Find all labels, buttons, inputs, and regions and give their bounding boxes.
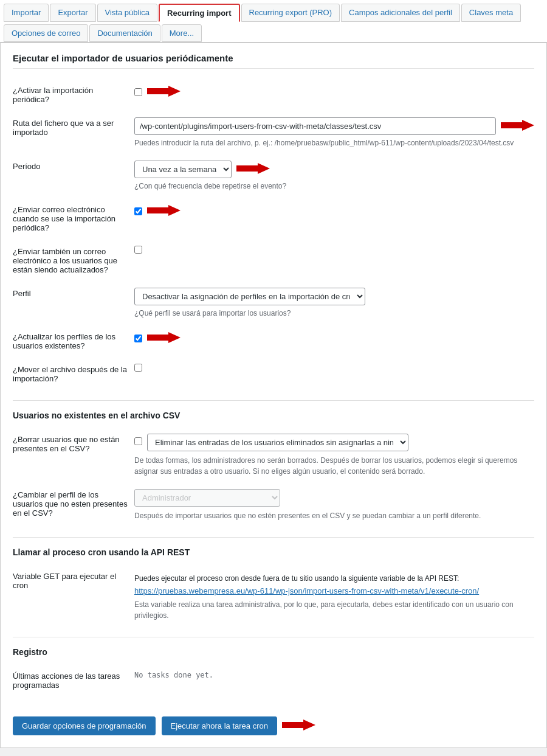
hint-variable-get-after: Esta variable realiza una tarea administ… [134,599,534,621]
svg-marker-5 [282,720,315,730]
row-enviar-correo-usuarios: ¿Enviar también un correo electrónico a … [13,240,534,282]
divider-3 [13,637,534,637]
row-ultimas-acciones: Últimas acciones de las tareas programad… [13,664,534,697]
select-borrar-usuarios[interactable]: Eliminar las entradas de los usuarios el… [147,434,408,451]
run-cron-button[interactable]: Ejecutar ahora la tarea cron [162,716,277,735]
tab-recurring-import[interactable]: Recurring import [159,4,239,22]
tab-vista-publica[interactable]: Vista pública [97,4,157,22]
hint-cambiar-perfil: Después de importar usuarios que no esté… [134,510,534,521]
arrow-actualizar [147,331,181,346]
label-actualizar-perfiles: ¿Actualizar los perfiles de los usuarios… [13,325,134,358]
row-borrar-usuarios: ¿Borrar usuarios que no están presentes … [13,428,534,483]
section2-table: ¿Borrar usuarios que no están presentes … [13,428,534,527]
row-actualizar-perfiles: ¿Actualizar los perfiles de los usuarios… [13,325,534,358]
svg-marker-3 [147,205,181,216]
row-activar-importacion: ¿Activar la importación periódica? [13,78,534,111]
tab-recurring-export[interactable]: Recurring export (PRO) [241,4,340,22]
arrow-run-cron [282,718,315,733]
row-perfil: Perfil Desactivar la asignación de perfi… [13,282,534,325]
link-api-rest[interactable]: https://pruebas.webempresa.eu/wp-611/wp-… [134,586,479,595]
section1-title: Ejecutar el importador de usuarios perió… [13,53,534,69]
checkbox-mover-archivo[interactable] [134,364,142,372]
label-variable-get: Variable GET para ejecutar el cron [13,564,134,627]
tab-claves-meta[interactable]: Claves meta [461,4,521,22]
input-ruta-fichero[interactable] [134,117,496,135]
label-ultimas-acciones: Últimas acciones de las tareas programad… [13,664,134,697]
label-enviar-correo: ¿Enviar correo electrónico cuando se use… [13,198,134,240]
arrow-correo [147,204,181,219]
svg-marker-1 [501,120,534,131]
row-cambiar-perfil: ¿Cambiar el perfil de los usuarios que n… [13,483,534,527]
tab-more[interactable]: More... [162,24,202,42]
tab-campos-adicionales[interactable]: Campos adicionales del perfil [341,4,460,22]
select-perfil[interactable]: Desactivar la asignación de perfiles en … [134,288,365,305]
tab-opciones-correo[interactable]: Opciones de correo [4,24,88,42]
label-cambiar-perfil: ¿Cambiar el perfil de los usuarios que n… [13,483,134,527]
main-content: Ejecutar el importador de usuarios perió… [0,43,547,748]
label-perfil: Perfil [13,282,134,325]
hint-borrar-usuarios: De todas formas, los administradores no … [134,455,534,477]
row-enviar-correo: ¿Enviar correo electrónico cuando se use… [13,198,534,240]
divider-2 [13,537,534,538]
hint-periodo: ¿Con qué frecuencia debe repetirse el ev… [134,181,534,192]
value-ultimas-acciones: No tasks done yet. [134,671,213,679]
checkbox-enviar-correo[interactable] [134,207,142,215]
svg-marker-4 [147,332,181,343]
label-borrar-usuarios: ¿Borrar usuarios que no están presentes … [13,428,134,483]
section1-table: ¿Activar la importación periódica? Ruta … [13,78,534,390]
select-periodo[interactable]: Una vez a la semana Diariamente Cada hor… [134,161,232,178]
arrow-ruta [501,119,534,134]
section4-title: Registro [13,647,534,657]
arrow-periodo [236,162,270,177]
hint-perfil: ¿Qué perfil se usará para importar los u… [134,308,534,319]
label-ruta-fichero: Ruta del fichero que va a ser importado [13,111,134,154]
row-mover-archivo: ¿Mover el archivo después de la importac… [13,358,534,390]
row-periodo: Período Una vez a la semana Diariamente … [13,154,534,198]
select-cambiar-perfil[interactable]: Administrador [134,489,280,507]
section3-table: Variable GET para ejecutar el cron Puede… [13,564,534,627]
section4-table: Últimas acciones de las tareas programad… [13,664,534,697]
checkbox-borrar-usuarios[interactable] [134,437,142,445]
section2-title: Usuarios no existentes en el archivo CSV [13,411,534,420]
label-activar-importacion: ¿Activar la importación periódica? [13,78,134,111]
tab-documentacion[interactable]: Documentación [89,24,160,42]
save-button[interactable]: Guardar opciones de programación [13,716,156,735]
label-periodo: Período [13,154,134,198]
checkbox-enviar-correo-usuarios[interactable] [134,246,142,254]
svg-marker-2 [236,163,270,174]
checkbox-actualizar-perfiles[interactable] [134,335,142,342]
tab-bar: Importar Exportar Vista pública Recurrin… [0,0,547,43]
hint-variable-get-before: Puedes ejecutar el proceso cron desde fu… [134,573,534,584]
hint-ruta-fichero: Puedes introducir la ruta del archivo, p… [134,137,534,148]
label-mover-archivo: ¿Mover el archivo después de la importac… [13,358,134,390]
arrow-activar [147,85,181,100]
checkbox-activar-importacion[interactable] [134,88,142,96]
row-ruta-fichero: Ruta del fichero que va a ser importado … [13,111,534,154]
label-enviar-correo-usuarios: ¿Enviar también un correo electrónico a … [13,240,134,282]
section3-title: Llamar al proceso cron usando la API RES… [13,547,534,557]
divider-1 [13,400,534,401]
svg-marker-0 [147,86,181,97]
tab-importar[interactable]: Importar [4,4,49,22]
button-bar: Guardar opciones de programación Ejecuta… [13,709,534,738]
tab-exportar[interactable]: Exportar [50,4,95,22]
row-variable-get: Variable GET para ejecutar el cron Puede… [13,564,534,627]
